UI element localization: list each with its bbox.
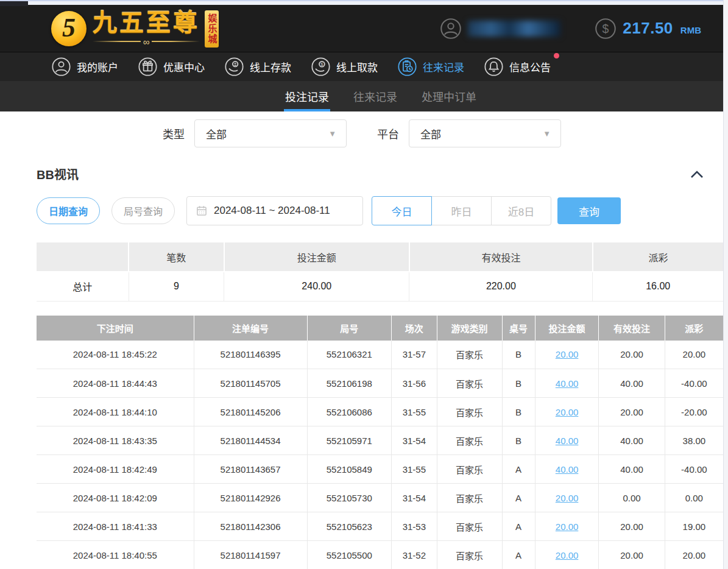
date-query-button[interactable]: 日期查询 bbox=[37, 197, 100, 224]
cell-bet-amount: 20.00 bbox=[535, 341, 599, 369]
quick-date-button-0[interactable]: 今日 bbox=[372, 196, 432, 225]
nav-item-records[interactable]: 往来记录 bbox=[397, 57, 464, 77]
scrollbar-track[interactable] bbox=[723, 0, 728, 569]
quick-date-button-1[interactable]: 昨日 bbox=[431, 196, 492, 225]
nav-item-label: 信息公告 bbox=[509, 59, 551, 74]
svg-text:$: $ bbox=[320, 62, 323, 67]
gift-icon bbox=[138, 57, 158, 77]
cell-time: 2024-08-11 18:42:49 bbox=[37, 455, 194, 484]
cell-time: 2024-08-11 18:42:09 bbox=[37, 484, 194, 512]
table-row: 2024-08-11 18:44:43521801145705552106198… bbox=[37, 369, 723, 398]
cell-session: 31-52 bbox=[392, 541, 437, 569]
collapse-button[interactable] bbox=[689, 168, 705, 180]
bet-amount-link[interactable]: 20.00 bbox=[556, 550, 579, 560]
bell-icon bbox=[484, 57, 504, 77]
bet-table-header-row: 下注时间注单编号局号场次游戏类别桌号投注金额有效投注派彩 bbox=[37, 316, 723, 341]
cell-game-type: 百家乐 bbox=[437, 426, 502, 455]
platform-select[interactable]: 全部 ▼ bbox=[409, 119, 561, 147]
nav-item-gift[interactable]: 优惠中心 bbox=[138, 57, 205, 77]
nav-item-bell[interactable]: 信息公告 bbox=[484, 57, 551, 77]
bet-amount-link[interactable]: 20.00 bbox=[556, 407, 579, 417]
nav-item-deposit[interactable]: 线上存款 bbox=[224, 57, 291, 77]
bet-amount-link[interactable]: 20.00 bbox=[556, 493, 579, 503]
balance-amount: 217.50 bbox=[623, 19, 673, 38]
bet-amount-link[interactable]: 20.00 bbox=[556, 349, 579, 359]
type-filter-label: 类型 bbox=[163, 125, 185, 141]
user-icon bbox=[51, 57, 71, 77]
table-row: 2024-08-11 18:40:55521801141597552105500… bbox=[37, 541, 723, 569]
chevron-down-icon: ▼ bbox=[543, 129, 551, 138]
quick-date-button-2[interactable]: 近8日 bbox=[491, 196, 551, 225]
cell-game-type: 百家乐 bbox=[437, 484, 502, 512]
cell-table: A bbox=[502, 484, 535, 512]
site-header: 5 九五至尊 ∞ 娱乐城 $ 217.50 RMB bbox=[0, 5, 728, 52]
brand-logo[interactable]: 5 九五至尊 ∞ 娱乐城 bbox=[51, 9, 219, 48]
tab-2[interactable]: 处理中订单 bbox=[420, 81, 478, 111]
balance[interactable]: $ 217.50 RMB bbox=[595, 18, 701, 40]
bet-amount-link[interactable]: 40.00 bbox=[556, 378, 579, 389]
withdraw-icon: $ bbox=[311, 57, 331, 77]
nav-item-withdraw[interactable]: $线上取款 bbox=[311, 57, 378, 77]
avatar-icon bbox=[440, 18, 462, 40]
cell-valid-bet: 40.00 bbox=[599, 369, 665, 398]
logo-number: 5 bbox=[62, 15, 76, 41]
cell-game-type: 百家乐 bbox=[437, 455, 502, 484]
cell-table: A bbox=[502, 512, 535, 541]
cell-order-id: 521801144534 bbox=[194, 426, 307, 455]
cell-session: 31-57 bbox=[392, 341, 437, 369]
cell-order-id: 521801145705 bbox=[194, 369, 307, 398]
cell-payout: -20.00 bbox=[665, 398, 723, 426]
round-query-button[interactable]: 局号查询 bbox=[111, 197, 175, 224]
cell-bet-amount: 20.00 bbox=[535, 512, 599, 541]
nav-item-user[interactable]: 我的账户 bbox=[51, 57, 118, 77]
summary-header-cell: 派彩 bbox=[593, 242, 723, 272]
cell-payout: -40.00 bbox=[665, 369, 723, 398]
filter-row: 类型 全部 ▼ 平台 全部 ▼ bbox=[163, 119, 723, 148]
cell-table: B bbox=[502, 426, 535, 455]
type-select[interactable]: 全部 ▼ bbox=[194, 119, 347, 147]
balance-currency: RMB bbox=[680, 25, 701, 35]
nav-item-label: 线上取款 bbox=[336, 59, 378, 74]
platform-filter-label: 平台 bbox=[377, 125, 399, 141]
cell-table: B bbox=[502, 341, 535, 369]
brand-logo-icon: 5 bbox=[51, 11, 87, 46]
date-range-value: 2024-08-11 ~ 2024-08-11 bbox=[214, 205, 330, 217]
cell-time: 2024-08-11 18:43:35 bbox=[37, 426, 194, 455]
summary-total-row: 总计9240.00220.0016.00 bbox=[37, 272, 723, 301]
cell-session: 31-54 bbox=[392, 426, 437, 455]
bet-amount-link[interactable]: 20.00 bbox=[556, 521, 579, 532]
bet-amount-link[interactable]: 40.00 bbox=[556, 436, 579, 446]
brand-name: 九五至尊 bbox=[93, 11, 200, 35]
cell-round-id: 552106321 bbox=[307, 341, 392, 369]
cell-round-id: 552105730 bbox=[307, 484, 392, 512]
search-button[interactable]: 查询 bbox=[557, 197, 621, 224]
main-nav: 我的账户优惠中心线上存款$线上取款往来记录信息公告 bbox=[0, 52, 728, 81]
bet-table-header-cell: 游戏类别 bbox=[437, 316, 502, 341]
cell-valid-bet: 20.00 bbox=[599, 398, 665, 426]
tab-1[interactable]: 往来记录 bbox=[352, 81, 398, 111]
cell-payout: 20.00 bbox=[665, 341, 723, 369]
summary-header-row: 笔数投注金额有效投注派彩 bbox=[37, 242, 723, 272]
section-head: BB视讯 bbox=[37, 166, 723, 182]
cell-order-id: 521801146395 bbox=[194, 341, 307, 369]
cell-session: 31-53 bbox=[392, 512, 437, 541]
brand-flourish: ∞ bbox=[93, 37, 200, 46]
table-row: 2024-08-11 18:42:09521801142926552105730… bbox=[37, 484, 723, 512]
summary-header-cell: 笔数 bbox=[129, 242, 224, 272]
cell-valid-bet: 20.00 bbox=[599, 541, 665, 569]
cell-bet-amount: 40.00 bbox=[535, 369, 599, 398]
query-row: 日期查询 局号查询 2024-08-11 ~ 2024-08-11 今日昨日近8… bbox=[37, 196, 723, 225]
brand-text: 九五至尊 ∞ bbox=[93, 11, 200, 46]
cell-valid-bet: 20.00 bbox=[599, 512, 665, 541]
dollar-circle-icon: $ bbox=[595, 18, 617, 40]
tab-0[interactable]: 投注记录 bbox=[284, 81, 330, 111]
cell-valid-bet: 40.00 bbox=[599, 426, 665, 455]
bet-amount-link[interactable]: 40.00 bbox=[556, 464, 579, 475]
cell-round-id: 552106198 bbox=[307, 369, 392, 398]
bet-table-header-cell: 下注时间 bbox=[37, 316, 194, 341]
summary-value-cell: 240.00 bbox=[224, 272, 409, 301]
date-range-input[interactable]: 2024-08-11 ~ 2024-08-11 bbox=[186, 196, 363, 225]
table-row: 2024-08-11 18:42:49521801143657552105849… bbox=[37, 455, 723, 484]
user-account[interactable] bbox=[440, 18, 560, 40]
table-row: 2024-08-11 18:45:22521801146395552106321… bbox=[37, 341, 723, 369]
